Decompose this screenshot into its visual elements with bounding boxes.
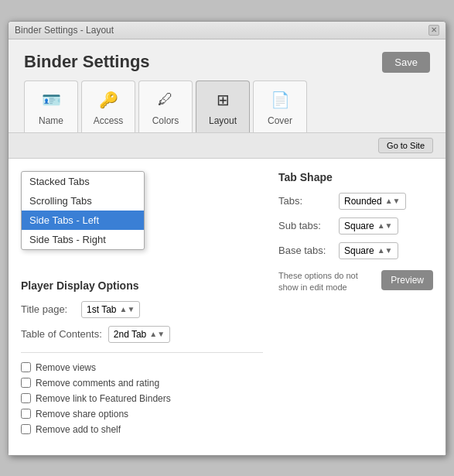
subtabs-shape-select[interactable]: Square ▲▼ xyxy=(339,217,398,235)
page-title: Binder Settings xyxy=(24,52,150,72)
checkbox-remove-share-label: Remove share options xyxy=(36,409,128,419)
subtabs-shape-row: Sub tabs: Square ▲▼ xyxy=(278,217,433,235)
tab-layout-label: Layout xyxy=(209,115,237,126)
content-area: Go to Site Stacked Tabs Scrolling Tabs S… xyxy=(9,133,445,455)
header: Binder Settings Save xyxy=(9,39,445,80)
checkbox-remove-featured-label: Remove link to Featured Binders xyxy=(36,393,171,404)
cover-icon: 📄 xyxy=(268,87,292,112)
access-icon: 🔑 xyxy=(96,87,121,112)
colors-icon: 🖊 xyxy=(153,87,178,112)
option-side-tabs-right[interactable]: Side Tabs - Right xyxy=(22,230,144,249)
toc-label: Table of Contents: xyxy=(21,328,102,340)
close-button[interactable]: ✕ xyxy=(428,25,439,36)
toc-select[interactable]: 2nd Tab ▲▼ xyxy=(108,326,170,343)
tabs-shape-select[interactable]: Rounded ▲▼ xyxy=(339,193,406,210)
tab-access[interactable]: 🔑 Access xyxy=(81,80,135,132)
main-content: Stacked Tabs Scrolling Tabs Side Tabs - … xyxy=(9,159,445,455)
checkbox-remove-share[interactable] xyxy=(21,409,31,419)
checkbox-remove-shelf-label: Remove add to shelf xyxy=(36,424,121,435)
checkbox-remove-views-label: Remove views xyxy=(36,362,96,373)
option-stacked-tabs[interactable]: Stacked Tabs xyxy=(22,172,144,191)
tab-navigation: 🪪 Name 🔑 Access 🖊 Colors ⊞ Layout 📄 Cove… xyxy=(9,80,445,133)
left-panel: Stacked Tabs Scrolling Tabs Side Tabs - … xyxy=(21,171,263,443)
tab-colors[interactable]: 🖊 Colors xyxy=(138,80,193,132)
checkbox-row-2: Remove link to Featured Binders xyxy=(21,393,263,404)
tabs-shape-label: Tabs: xyxy=(278,195,333,207)
basetabs-shape-row: Base tabs: Square ▲▼ xyxy=(278,242,433,259)
tabs-shape-arrow: ▲▼ xyxy=(385,197,401,205)
tab-cover[interactable]: 📄 Cover xyxy=(253,80,307,132)
save-button[interactable]: Save xyxy=(382,52,430,73)
toc-row: Table of Contents: 2nd Tab ▲▼ xyxy=(21,326,263,343)
checkbox-remove-featured[interactable] xyxy=(21,393,31,403)
titlebar: Binder Settings - Layout ✕ xyxy=(9,22,445,39)
option-side-tabs-left[interactable]: Side Tabs - Left xyxy=(22,211,144,230)
toc-value: 2nd Tab xyxy=(114,329,147,340)
tab-name-label: Name xyxy=(39,115,63,126)
layout-icon: ⊞ xyxy=(210,87,235,112)
tabs-shape-value: Rounded xyxy=(344,196,382,207)
title-page-value: 1st Tab xyxy=(87,304,116,315)
title-page-select[interactable]: 1st Tab ▲▼ xyxy=(81,301,140,318)
basetabs-shape-value: Square xyxy=(344,245,374,256)
basetabs-shape-select[interactable]: Square ▲▼ xyxy=(339,242,398,259)
checkbox-remove-comments[interactable] xyxy=(21,378,31,388)
basetabs-shape-arrow: ▲▼ xyxy=(377,246,393,255)
checkbox-row-3: Remove share options xyxy=(21,409,263,419)
toc-arrow: ▲▼ xyxy=(149,330,165,338)
tab-shape-title: Tab Shape xyxy=(278,171,433,183)
checkbox-remove-shelf[interactable] xyxy=(21,424,31,434)
checkbox-row-4: Remove add to shelf xyxy=(21,424,263,435)
checkbox-remove-views[interactable] xyxy=(21,362,31,372)
name-icon: 🪪 xyxy=(39,87,63,112)
preview-button[interactable]: Preview xyxy=(381,270,433,290)
checkbox-row-1: Remove comments and rating xyxy=(21,378,263,389)
titlebar-text: Binder Settings - Layout xyxy=(15,25,114,36)
dropdown-menu: Stacked Tabs Scrolling Tabs Side Tabs - … xyxy=(21,171,145,250)
main-window: Binder Settings - Layout ✕ Binder Settin… xyxy=(8,21,446,456)
tab-cover-label: Cover xyxy=(268,115,292,126)
option-scrolling-tabs[interactable]: Scrolling Tabs xyxy=(22,191,144,211)
top-bar: Go to Site xyxy=(9,133,445,159)
tab-access-label: Access xyxy=(94,115,124,126)
tabs-shape-row: Tabs: Rounded ▲▼ xyxy=(278,193,433,210)
hint-text: These options do not show in edit mode xyxy=(278,270,375,294)
subtabs-shape-arrow: ▲▼ xyxy=(377,221,393,230)
basetabs-shape-label: Base tabs: xyxy=(278,245,333,256)
subtabs-shape-label: Sub tabs: xyxy=(278,220,333,231)
subtabs-shape-value: Square xyxy=(344,221,374,231)
divider xyxy=(21,352,263,353)
title-page-row: Title page: 1st Tab ▲▼ xyxy=(21,301,263,318)
right-panel: Tab Shape Tabs: Rounded ▲▼ Sub tabs: Squ… xyxy=(278,171,433,443)
title-page-label: Title page: xyxy=(21,303,75,315)
title-page-arrow: ▲▼ xyxy=(119,305,135,313)
tab-colors-label: Colors xyxy=(152,115,179,126)
checkbox-row-0: Remove views xyxy=(21,362,263,373)
hint-area: These options do not show in edit mode P… xyxy=(278,267,433,294)
player-display-title: Player Display Options xyxy=(21,279,263,292)
tab-layout[interactable]: ⊞ Layout xyxy=(196,80,250,132)
checkbox-remove-comments-label: Remove comments and rating xyxy=(36,378,159,389)
go-to-site-button[interactable]: Go to Site xyxy=(378,138,433,153)
checkboxes-section: Remove views Remove comments and rating … xyxy=(21,362,263,443)
tab-name[interactable]: 🪪 Name xyxy=(24,80,78,132)
